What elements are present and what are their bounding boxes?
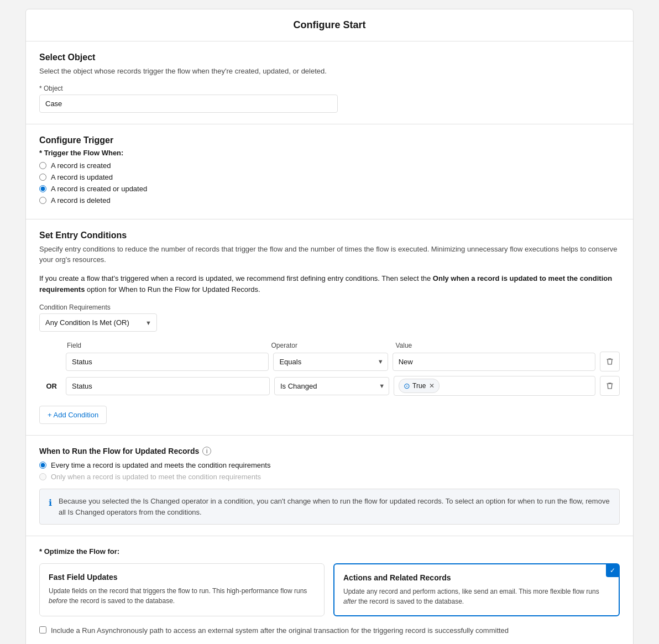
trash-icon-1	[606, 358, 614, 365]
when-run-only-when-label: Only when a record is updated to meet th…	[51, 473, 261, 481]
trigger-radio-created[interactable]	[39, 162, 46, 169]
desc2-after: option for When to Run the Flow for Upda…	[85, 285, 260, 294]
desc2-before: If you create a flow that's triggered wh…	[39, 274, 433, 282]
entry-conditions-desc1: Specify entry conditions to reduce the n…	[39, 244, 620, 265]
when-run-only-when-radio[interactable]	[39, 473, 46, 480]
condition-1-operator-wrapper: Equals Not Equals Contains ▼	[273, 353, 388, 371]
optimize-card-fast-field[interactable]: Fast Field Updates Update fields on the …	[39, 563, 325, 616]
condition-req-wrapper: Any Condition Is Met (OR) All Conditions…	[39, 313, 157, 332]
when-run-info-icon[interactable]: i	[202, 447, 211, 455]
col-header-value: Value	[395, 342, 595, 349]
select-object-section: Select Object Select the object whose re…	[26, 41, 633, 124]
trigger-option-updated[interactable]: A record is updated	[39, 173, 620, 181]
when-run-every-time-label: Every time a record is updated and meets…	[51, 461, 270, 469]
trigger-radio-updated[interactable]	[39, 174, 46, 181]
fast-field-desc-before: Update fields on the record that trigger…	[49, 587, 307, 595]
condition-2-operator-wrapper: Is Changed Equals Not Equals ▼	[274, 377, 389, 395]
trigger-flow-when-label: * Trigger the Flow When:	[39, 149, 620, 157]
object-field-label: * Object	[39, 85, 620, 92]
col-header-operator: Operator	[271, 342, 391, 349]
when-run-info-box: ℹ Because you selected the Is Changed op…	[39, 489, 620, 525]
actions-related-desc-before: Update any record and perform actions, l…	[343, 588, 599, 595]
fast-field-desc: Update fields on the record that trigger…	[49, 586, 315, 606]
when-run-title: When to Run the Flow for Updated Records…	[39, 447, 620, 455]
trigger-option-created-or-updated[interactable]: A record is created or updated	[39, 185, 620, 193]
page-title-text: Configure Start	[293, 19, 365, 30]
condition-2-operator[interactable]: Is Changed Equals Not Equals	[274, 377, 389, 395]
optimize-label: * Optimize the Flow for:	[39, 547, 620, 556]
actions-related-desc: Update any record and perform actions, l…	[343, 587, 610, 606]
trigger-option-deleted-label: A record is deleted	[51, 196, 111, 205]
trigger-option-created-label: A record is created	[51, 161, 111, 170]
add-condition-label: + Add Condition	[48, 411, 98, 419]
optimize-section: * Optimize the Flow for: Fast Field Upda…	[26, 536, 633, 644]
fast-field-desc-italic: before	[49, 597, 67, 605]
condition-2-value-tag: ⊙ True ✕	[399, 379, 440, 393]
selected-checkmark: ✓	[606, 564, 619, 577]
trigger-option-created-or-updated-label: A record is created or updated	[51, 185, 147, 193]
configure-trigger-section: Configure Trigger * Trigger the Flow Whe…	[26, 124, 633, 219]
condition-1-value[interactable]	[393, 353, 595, 371]
condition-2-value-tag-container: ⊙ True ✕	[394, 376, 595, 396]
condition-1-field[interactable]	[66, 353, 269, 371]
when-run-every-time[interactable]: Every time a record is updated and meets…	[39, 461, 620, 469]
when-run-every-time-radio[interactable]	[39, 462, 46, 469]
configure-start-panel: Configure Start Select Object Select the…	[25, 9, 634, 644]
async-checkbox[interactable]	[39, 626, 46, 633]
object-input[interactable]	[39, 95, 338, 113]
page-title: Configure Start	[26, 9, 633, 41]
select-object-title: Select Object	[39, 53, 620, 62]
when-run-title-text: When to Run the Flow for Updated Records	[39, 447, 199, 455]
condition-1-delete-button[interactable]	[600, 352, 620, 371]
fast-field-desc-after: the record is saved to the database.	[67, 597, 175, 605]
trash-icon-2	[606, 382, 614, 390]
configure-trigger-title: Configure Trigger	[39, 135, 620, 145]
entry-conditions-section: Set Entry Conditions Specify entry condi…	[26, 219, 633, 436]
col-header-field: Field	[67, 342, 267, 349]
add-condition-button[interactable]: + Add Condition	[39, 406, 107, 424]
info-box-icon: ℹ	[49, 496, 52, 510]
select-object-desc: Select the object whose records trigger …	[39, 66, 620, 77]
entry-conditions-desc2: If you create a flow that's triggered wh…	[39, 273, 620, 296]
trigger-radio-group: A record is created A record is updated …	[39, 161, 620, 205]
async-checkbox-row: Include a Run Asynchronously path to acc…	[39, 625, 620, 636]
when-run-radio-group: Every time a record is updated and meets…	[39, 461, 620, 481]
optimize-cards: Fast Field Updates Update fields on the …	[39, 563, 620, 616]
actions-related-title: Actions and Related Records	[343, 573, 610, 582]
conditions-header: Field Operator Value	[39, 342, 620, 349]
async-label: Include a Run Asynchronously path to acc…	[51, 625, 509, 636]
conditions-table: Field Operator Value Equals Not Equals C…	[39, 342, 620, 396]
condition-row-2: OR Is Changed Equals Not Equals ▼ ⊙ True…	[39, 376, 620, 396]
condition-row-1: Equals Not Equals Contains ▼	[39, 352, 620, 371]
trigger-option-updated-label: A record is updated	[51, 173, 113, 181]
trigger-option-deleted[interactable]: A record is deleted	[39, 196, 620, 205]
when-run-only-when[interactable]: Only when a record is updated to meet th…	[39, 473, 620, 481]
condition-req-label: Condition Requirements	[39, 303, 620, 311]
actions-related-desc-italic: after	[343, 598, 357, 605]
tag-icon: ⊙	[404, 381, 410, 390]
condition-req-select[interactable]: Any Condition Is Met (OR) All Conditions…	[39, 313, 157, 332]
when-run-section: When to Run the Flow for Updated Records…	[26, 436, 633, 536]
condition-2-field[interactable]	[66, 377, 270, 395]
condition-2-tag-text: True	[412, 382, 426, 390]
trigger-option-created[interactable]: A record is created	[39, 161, 620, 170]
condition-1-operator[interactable]: Equals Not Equals Contains	[273, 353, 388, 371]
fast-field-title: Fast Field Updates	[49, 573, 315, 582]
trigger-radio-deleted[interactable]	[39, 197, 46, 204]
actions-related-desc-after: the record is saved to the database.	[357, 598, 464, 605]
condition-2-delete-button[interactable]	[600, 376, 620, 396]
info-box-text: Because you selected the Is Changed oper…	[59, 496, 610, 517]
optimize-card-actions-related[interactable]: ✓ Actions and Related Records Update any…	[333, 563, 620, 616]
trigger-radio-created-or-updated[interactable]	[39, 185, 46, 192]
entry-conditions-title: Set Entry Conditions	[39, 231, 620, 240]
condition-row-2-or: OR	[39, 382, 61, 390]
condition-2-tag-close[interactable]: ✕	[429, 382, 435, 390]
